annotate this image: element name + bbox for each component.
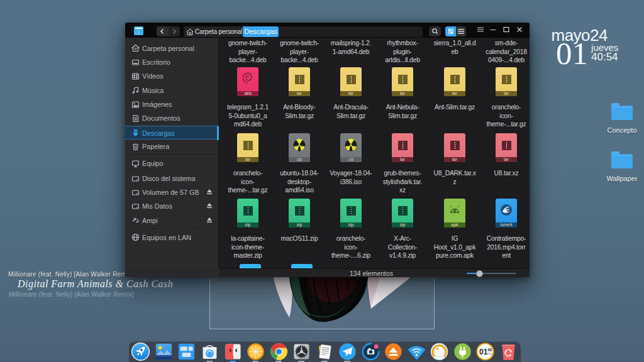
svg-text:PM: PM: [487, 353, 492, 356]
svg-text:40: 40: [487, 348, 492, 352]
svg-text:01: 01: [479, 348, 487, 356]
